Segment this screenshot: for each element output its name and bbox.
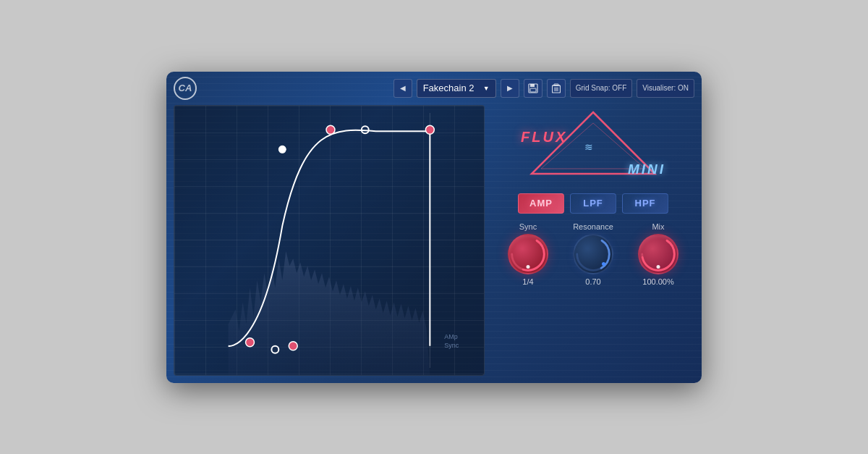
svg-rect-1 — [530, 84, 535, 87]
header: CA ◀ Fakechain 2 ▼ ▶ — [166, 72, 702, 105]
dropdown-arrow-icon: ▼ — [483, 85, 490, 92]
sync-knob-label: Sync — [503, 222, 553, 231]
sync-knob-wrapper: 1/4 — [503, 234, 553, 286]
resonance-knob-value: 0.70 — [585, 277, 600, 286]
ca-logo: CA — [174, 77, 197, 100]
resonance-knob-label: Resonance — [568, 222, 618, 231]
svg-rect-2 — [530, 88, 536, 92]
resonance-knob[interactable] — [573, 234, 613, 274]
preset-name: Fakechain 2 — [423, 83, 475, 93]
mix-knob-value: 100.00% — [642, 277, 673, 286]
knobs-section: Sync Resonance Mix — [492, 222, 694, 286]
svg-text:≋: ≋ — [584, 141, 593, 153]
envelope-svg: AMp Sync — [174, 106, 484, 375]
knobs-row: 1/4 0.70 — [492, 234, 694, 286]
preset-dropdown[interactable]: Fakechain 2 ▼ — [417, 79, 496, 98]
logo-area: ≋ FLUX MINI — [492, 105, 694, 185]
grid-snap-label: Grid Snap: — [576, 84, 610, 92]
sync-knob[interactable] — [508, 234, 548, 274]
svg-point-16 — [289, 341, 297, 350]
svg-point-13 — [425, 125, 434, 134]
main-content: AMp Sync ≋ — [166, 105, 702, 383]
hpf-mode-button[interactable]: HPF — [622, 193, 668, 214]
save-button[interactable] — [524, 79, 542, 98]
knob-labels: Sync Resonance Mix — [492, 222, 694, 231]
amp-mode-button[interactable]: AMP — [518, 193, 564, 214]
right-panel: ≋ FLUX MINI AMP LPF HPF — [492, 105, 694, 376]
next-preset-button[interactable]: ▶ — [501, 79, 519, 98]
grid-snap-value: OFF — [612, 84, 626, 92]
visualiser-toggle[interactable]: Visualiser: ON — [637, 79, 694, 98]
sync-knob-value: 1/4 — [522, 277, 533, 286]
svg-point-11 — [326, 125, 335, 134]
svg-point-10 — [278, 146, 286, 153]
svg-text:Sync: Sync — [444, 341, 459, 348]
mix-knob-label: Mix — [633, 222, 684, 231]
grid-snap-toggle[interactable]: Grid Snap: OFF — [570, 79, 633, 98]
delete-button[interactable] — [547, 79, 566, 98]
mini-text: MINI — [628, 161, 665, 177]
svg-point-14 — [246, 337, 255, 346]
prev-preset-button[interactable]: ◀ — [393, 79, 412, 98]
mix-knob[interactable] — [638, 234, 678, 274]
flux-text: FLUX — [521, 129, 567, 146]
svg-text:AMp: AMp — [444, 332, 457, 340]
mode-buttons: AMP LPF HPF — [518, 193, 668, 214]
mix-knob-wrapper: 100.00% — [633, 234, 684, 286]
svg-rect-5 — [554, 84, 558, 85]
envelope-editor[interactable]: AMp Sync — [174, 105, 485, 376]
resonance-knob-wrapper: 0.70 — [568, 234, 618, 286]
visualiser-value: ON — [678, 84, 689, 92]
lpf-mode-button[interactable]: LPF — [570, 193, 616, 214]
plugin-window: CA ◀ Fakechain 2 ▼ ▶ — [166, 72, 702, 383]
visualiser-label: Visualiser: — [642, 84, 676, 92]
